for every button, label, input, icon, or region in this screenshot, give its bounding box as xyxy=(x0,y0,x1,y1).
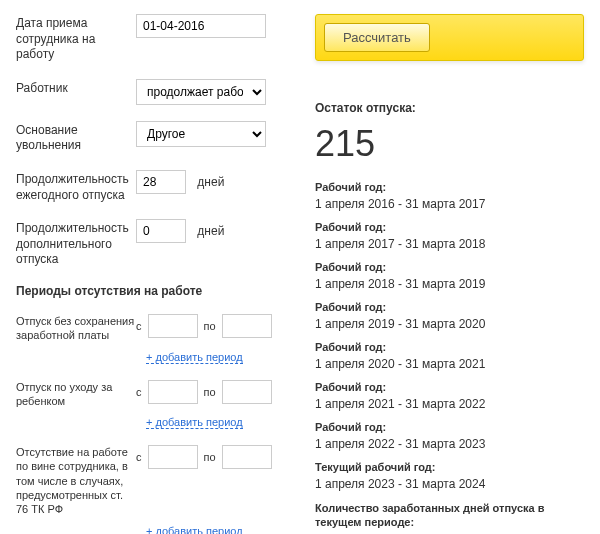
year-range-0: 1 апреля 2016 - 31 марта 2017 xyxy=(315,197,584,211)
year-range-1: 1 апреля 2017 - 31 марта 2018 xyxy=(315,237,584,251)
days-unit-2: дней xyxy=(197,224,224,238)
employee-select[interactable]: продолжает работать xyxy=(136,79,266,105)
year-label-3: Рабочий год: xyxy=(315,301,584,313)
hire-date-label: Дата приема сотрудника на работу xyxy=(16,14,136,63)
dismissal-label: Основание увольнения xyxy=(16,121,136,154)
year-range-2: 1 апреля 2018 - 31 марта 2019 xyxy=(315,277,584,291)
fault-absence-label: Отсутствие на работе по вине сотрудника,… xyxy=(16,445,136,516)
form-panel: Дата приема сотрудника на работу Работни… xyxy=(16,14,295,520)
remainder-label: Остаток отпуска: xyxy=(315,101,584,115)
from-label-2: с xyxy=(136,386,142,398)
year-range-6: 1 апреля 2022 - 31 марта 2023 xyxy=(315,437,584,451)
current-year-range: 1 апреля 2023 - 31 марта 2024 xyxy=(315,477,584,491)
year-label-0: Рабочий год: xyxy=(315,181,584,193)
unpaid-from-input[interactable] xyxy=(148,314,198,338)
child-leave-label: Отпуск по уходу за ребенком xyxy=(16,380,136,409)
employee-label: Работник xyxy=(16,79,136,97)
hire-date-input[interactable] xyxy=(136,14,266,38)
calculate-button-wrap: Рассчитать xyxy=(315,14,584,61)
year-range-3: 1 апреля 2019 - 31 марта 2020 xyxy=(315,317,584,331)
year-label-2: Рабочий год: xyxy=(315,261,584,273)
absence-section-title: Периоды отсутствия на работе xyxy=(16,284,295,298)
add-period-fault[interactable]: + добавить период xyxy=(146,525,243,534)
earned-days-label: Количество заработанных дней отпуска в т… xyxy=(315,501,584,530)
add-period-unpaid[interactable]: + добавить период xyxy=(146,351,243,364)
year-label-5: Рабочий год: xyxy=(315,381,584,393)
remainder-value: 215 xyxy=(315,123,584,165)
to-label-2: по xyxy=(204,386,216,398)
to-label: по xyxy=(204,320,216,332)
from-label-3: с xyxy=(136,451,142,463)
days-unit: дней xyxy=(197,175,224,189)
year-range-4: 1 апреля 2020 - 31 марта 2021 xyxy=(315,357,584,371)
year-label-4: Рабочий год: xyxy=(315,341,584,353)
year-label-6: Рабочий год: xyxy=(315,421,584,433)
unpaid-to-input[interactable] xyxy=(222,314,272,338)
from-label: с xyxy=(136,320,142,332)
add-period-child[interactable]: + добавить период xyxy=(146,416,243,429)
additional-leave-input[interactable] xyxy=(136,219,186,243)
unpaid-leave-label: Отпуск без сохранения заработной платы xyxy=(16,314,136,343)
results-panel: Рассчитать Остаток отпуска: 215 Рабочий … xyxy=(315,14,584,520)
dismissal-select[interactable]: Другое xyxy=(136,121,266,147)
child-from-input[interactable] xyxy=(148,380,198,404)
child-to-input[interactable] xyxy=(222,380,272,404)
fault-to-input[interactable] xyxy=(222,445,272,469)
annual-leave-label: Продолжительность ежегодного отпуска xyxy=(16,170,136,203)
year-range-5: 1 апреля 2021 - 31 марта 2022 xyxy=(315,397,584,411)
annual-leave-input[interactable] xyxy=(136,170,186,194)
additional-leave-label: Продолжительность дополнительного отпуск… xyxy=(16,219,136,268)
to-label-3: по xyxy=(204,451,216,463)
year-label-1: Рабочий год: xyxy=(315,221,584,233)
calculate-button[interactable]: Рассчитать xyxy=(324,23,430,52)
current-year-label: Текущий рабочий год: xyxy=(315,461,584,473)
fault-from-input[interactable] xyxy=(148,445,198,469)
